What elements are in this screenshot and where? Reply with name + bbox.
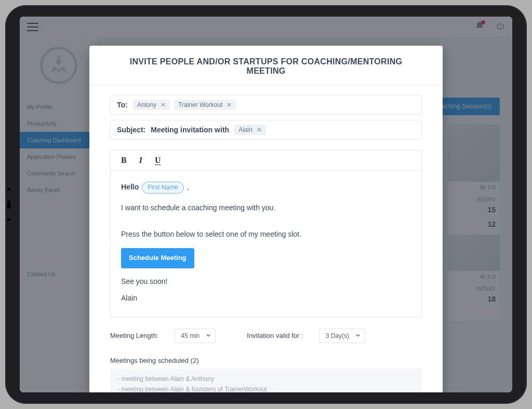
editor-line: Press the button below to select one of …	[121, 228, 411, 240]
close-icon[interactable]: ✕	[227, 102, 232, 108]
meetings-being-scheduled-label: Meetings being scheduled (2)	[110, 357, 422, 364]
meeting-length-label: Meeting Length:	[110, 332, 158, 339]
recipient-chip[interactable]: Trainer Workout ✕	[174, 100, 236, 110]
chip-label: Trainer Workout	[178, 101, 222, 108]
close-icon[interactable]: ✕	[257, 127, 262, 133]
editor-toolbar: B I U	[110, 150, 422, 171]
invitation-valid-select[interactable]: 3 Day(s)	[319, 329, 365, 343]
schedule-meeting-button[interactable]: Schedule Meeting	[121, 248, 194, 268]
bold-button[interactable]: B	[121, 156, 127, 165]
underline-button[interactable]: U	[155, 156, 161, 165]
scheduled-meetings-box: - meeting between Alain & Anthony - meet…	[110, 369, 422, 392]
chevron-down-icon	[355, 332, 361, 339]
subject-chip[interactable]: Alain ✕	[234, 125, 266, 135]
to-label: To:	[117, 101, 128, 109]
editor-signature: Alain	[121, 292, 411, 304]
italic-button[interactable]: I	[139, 156, 142, 165]
modal-divider	[89, 85, 443, 86]
scheduled-item: - meeting between Alain & Anthony	[117, 374, 415, 384]
editor-line: I want to schedule a coaching meeting wi…	[121, 202, 411, 213]
chip-label: Alain	[238, 126, 252, 133]
options-row: Meeting Length: 45 min Invitation valid …	[110, 329, 422, 343]
subject-label: Subject:	[117, 126, 145, 134]
recipient-chip[interactable]: Antony ✕	[133, 100, 170, 110]
editor-line: Hello First Name ,	[121, 181, 411, 194]
message-editor[interactable]: Hello First Name , I want to schedule a …	[110, 171, 422, 317]
screen: My Profile Productivity Coaching Dashboa…	[20, 17, 512, 392]
to-field[interactable]: To: Antony ✕ Trainer Workout ✕	[110, 95, 422, 115]
modal-title: INVITE PEOPLE AND/OR STARTUPS FOR COACHI…	[110, 57, 422, 76]
subject-field[interactable]: Subject: Meeting invitation with Alain ✕	[110, 120, 422, 140]
subject-text: Meeting invitation with	[151, 126, 229, 134]
comma: ,	[187, 183, 189, 191]
tablet-frame: My Profile Productivity Coaching Dashboa…	[5, 5, 527, 404]
close-icon[interactable]: ✕	[161, 102, 166, 108]
invitation-valid-label: Invitation valid for :	[247, 332, 303, 339]
editor-line: See you soon!	[121, 276, 411, 287]
chip-label: Antony	[137, 101, 156, 108]
device-sensors	[7, 188, 10, 221]
invite-modal: INVITE PEOPLE AND/OR STARTUPS FOR COACHI…	[89, 46, 443, 392]
select-value: 45 min	[181, 332, 200, 339]
chevron-down-icon	[206, 332, 211, 339]
select-value: 3 Day(s)	[326, 332, 349, 339]
greeting-text: Hello	[121, 183, 139, 191]
meeting-length-select[interactable]: 45 min	[174, 329, 216, 343]
first-name-tag[interactable]: First Name	[142, 182, 184, 194]
scheduled-item: - meeting between Alain & founders of Tr…	[117, 384, 415, 392]
